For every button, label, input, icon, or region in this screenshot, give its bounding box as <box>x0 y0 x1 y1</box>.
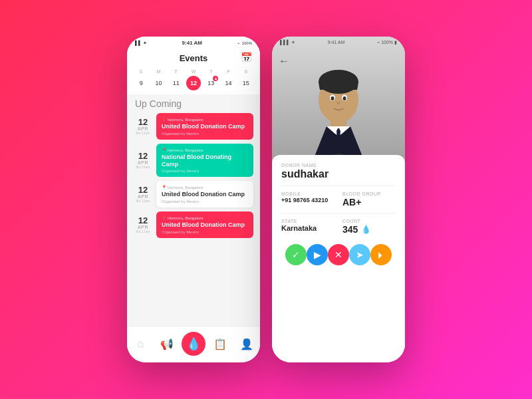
event-day-4: 12 <box>138 216 148 225</box>
right-time: 9:41 AM <box>328 40 345 45</box>
event-date-4: 12 APR 8to 11am <box>134 211 152 238</box>
nav-profile[interactable]: 👤 <box>235 332 259 356</box>
right-phone-body: ▌▌▌ ✦ 9:41 AM ⌁ 100% ▮ ← <box>272 37 405 362</box>
divider-1 <box>281 186 396 186</box>
left-signal: ▌▌ ✦ <box>135 41 147 46</box>
event-loc-2: 📍 Hormoru, Bangalore <box>162 148 248 152</box>
cal-day-12[interactable]: 12 <box>186 76 201 90</box>
state-col: STATE Karnataka <box>281 219 334 235</box>
event-item-3[interactable]: 12 APR 8to 11am 📍 Hormoru, Bangalore Uni… <box>134 181 253 207</box>
left-status-bar: ▌▌ ✦ 9:41 AM ⌁ 100% <box>127 37 260 48</box>
donor-name-label: DONOR NAME <box>281 163 396 168</box>
event-date-3: 12 APR 8to 11am <box>134 181 152 207</box>
count-col: COUNT 345 💧 <box>342 219 396 235</box>
nav-donate-active[interactable]: 💧 <box>182 332 205 356</box>
event-card-1[interactable]: 📍 Hormoru, Bangalore United Blood Donati… <box>156 113 253 140</box>
event-loc-1: 📍 Hormoru, Bangalore <box>162 117 248 122</box>
donor-name-section: DONOR NAME sudhakar <box>281 163 396 180</box>
state-label: STATE <box>281 219 334 223</box>
event-loc-4: 📍 Hormoru, Bangalore <box>162 215 248 220</box>
mobile-col: MOBILE +91 98765 43210 <box>281 192 334 207</box>
event-time-4: 8to 11am <box>136 229 150 233</box>
event-month-4: APR <box>138 225 148 229</box>
event-title-2: National Blood Donating Camp <box>162 154 248 168</box>
mobile-label: MOBILE <box>281 192 334 196</box>
cal-day-11[interactable]: 11 <box>169 76 184 90</box>
left-time: 9:41 AM <box>182 40 202 46</box>
calendar-week: S M T W T F S 9 10 11 12 13■ 14 <box>127 66 260 94</box>
svg-point-9 <box>343 96 346 100</box>
event-title-4: United Blood Donation Camp <box>162 221 248 229</box>
day-label-t1: T <box>169 69 184 74</box>
bloodgroup-label: BLOOD GROUP <box>342 192 396 196</box>
event-loc-3: 📍 Hormoru, Bangalore <box>162 185 248 190</box>
right-signal: ▌▌▌ ✦ <box>280 40 295 45</box>
action-btn-decline[interactable]: ✕ <box>328 244 349 265</box>
calendar-icon[interactable]: 📅 <box>241 52 252 63</box>
cal-day-9[interactable]: 9 <box>134 76 148 90</box>
count-row: 345 💧 <box>342 224 396 235</box>
event-month-3: APR <box>138 194 148 199</box>
count-value: 345 <box>342 224 358 235</box>
cal-day-15[interactable]: 15 <box>239 76 253 90</box>
event-org-4: Organised by Mentro <box>162 230 248 234</box>
day-label-t2: T <box>203 69 218 74</box>
event-card-4[interactable]: 📍 Hormoru, Bangalore United Blood Donati… <box>156 211 253 238</box>
cal-day-13[interactable]: 13■ <box>203 76 218 90</box>
event-time-3: 8to 11am <box>136 199 150 203</box>
right-status-bar: ▌▌▌ ✦ 9:41 AM ⌁ 100% ▮ <box>272 37 405 47</box>
event-date-2: 12 APR 8to 11am <box>134 144 152 178</box>
event-org-2: Organised by Mentro <box>162 169 248 173</box>
action-btn-forward[interactable]: ⏵ <box>370 244 392 265</box>
event-item-4[interactable]: 12 APR 8to 11am 📍 Hormoru, Bangalore Uni… <box>134 211 253 238</box>
cal-day-10[interactable]: 10 <box>151 76 166 90</box>
state-value: Karnataka <box>281 224 334 232</box>
upcoming-label: Up Coming <box>127 94 260 112</box>
events-title: Events <box>180 53 208 63</box>
donor-name-value: sudhakar <box>281 168 396 180</box>
action-btn-send[interactable]: ➤ <box>349 244 370 265</box>
cal-day-14[interactable]: 14 <box>221 76 236 90</box>
event-title-1: United Blood Donation Camp <box>162 123 248 130</box>
left-battery: 100% <box>242 41 252 45</box>
count-label: COUNT <box>342 219 396 223</box>
svg-point-8 <box>331 96 334 100</box>
event-day-2: 12 <box>138 152 148 160</box>
event-org-3: Organised by Mentro <box>162 200 248 203</box>
action-btn-message[interactable]: ▶ <box>307 244 328 265</box>
event-card-2[interactable]: 📍 Hormoru, Bangalore National Blood Dona… <box>156 144 253 178</box>
day-label-f: F <box>221 69 236 74</box>
divider-2 <box>281 213 396 213</box>
action-btn-verify[interactable]: ✓ <box>285 244 307 265</box>
event-item-1[interactable]: 12 APR 8to 11am 📍 Hormoru, Bangalore Uni… <box>134 113 253 140</box>
event-date-1: 12 APR 8to 11am <box>134 113 152 140</box>
bloodgroup-col: BLOOD GROUP AB+ <box>342 192 396 207</box>
state-count-row: STATE Karnataka COUNT 345 💧 <box>281 219 396 235</box>
calendar-day-labels: S M T W T F S <box>132 69 255 74</box>
event-day-3: 12 <box>138 186 148 194</box>
nav-home[interactable]: ⌂ <box>128 332 152 356</box>
event-title-3: United Blood Donation Camp <box>162 191 248 198</box>
calendar-days: 9 10 11 12 13■ 14 15 <box>132 76 255 90</box>
event-card-3[interactable]: 📍 Hormoru, Bangalore United Blood Donati… <box>156 181 253 207</box>
nav-records[interactable]: 📋 <box>208 332 232 356</box>
right-phone: ▌▌▌ ✦ 9:41 AM ⌁ 100% ▮ ← <box>272 37 405 362</box>
donor-card: DONOR NAME sudhakar MOBILE +91 98765 432… <box>272 155 405 362</box>
bottom-nav: ⌂ 📢 💧 📋 👤 <box>127 326 260 362</box>
back-button[interactable]: ← <box>279 55 289 67</box>
events-list: 12 APR 8to 11am 📍 Hormoru, Bangalore Uni… <box>127 112 260 326</box>
mobile-bloodgroup-row: MOBILE +91 98765 43210 BLOOD GROUP AB+ <box>281 192 396 207</box>
event-day-1: 12 <box>138 118 148 126</box>
event-item-2[interactable]: 12 APR 8to 11am 📍 Hormoru, Bangalore Nat… <box>134 144 253 178</box>
day-label-w: W <box>186 69 201 74</box>
event-dot: ■ <box>213 76 218 81</box>
right-battery: ⌁ 100% ▮ <box>377 40 397 45</box>
event-time-2: 8to 11am <box>136 165 150 169</box>
event-month-1: APR <box>138 126 148 131</box>
event-time-1: 8to 11am <box>136 131 150 135</box>
action-buttons: ✓ ▶ ✕ ➤ ⏵ <box>281 239 396 269</box>
event-month-2: APR <box>138 160 148 165</box>
blood-drop-icon: 💧 <box>361 225 371 234</box>
nav-announcements[interactable]: 📢 <box>155 332 179 356</box>
day-label-s1: S <box>134 69 148 74</box>
